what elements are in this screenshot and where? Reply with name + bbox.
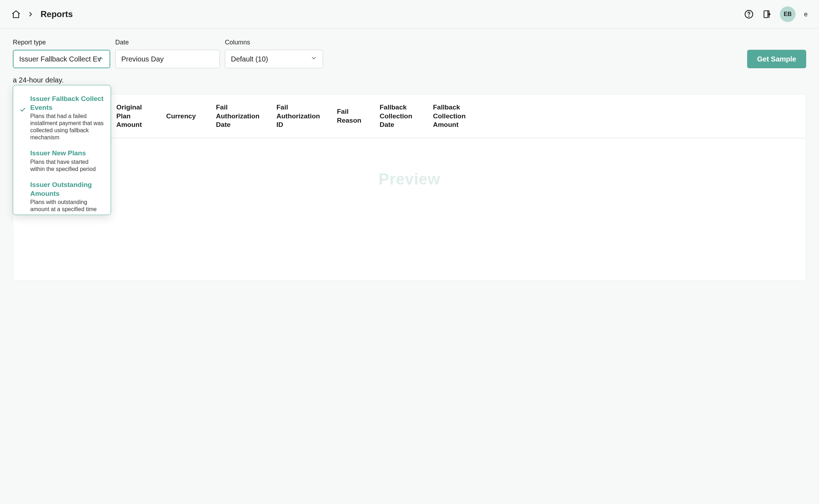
svg-rect-2: [764, 11, 768, 18]
dropdown-option-desc: Plans that had a failed installment paym…: [30, 113, 104, 141]
col-fail-auth-date: Fail Authorization Date: [209, 103, 269, 129]
select-date[interactable]: Previous Day: [115, 50, 220, 68]
dropdown-option[interactable]: Issuer New Plans Plans that have started…: [17, 146, 106, 178]
col-original-plan-amount: Original Plan Amount: [109, 103, 159, 129]
delay-note: a 24-hour delay.: [13, 76, 806, 84]
col-fail-reason: Fail Reason: [330, 107, 372, 125]
preview-watermark: Preview: [13, 138, 806, 280]
filter-label: Columns: [225, 39, 323, 46]
topbar: Reports EB e: [0, 0, 819, 29]
avatar-trailing-letter: e: [804, 11, 808, 18]
chevron-up-icon: [97, 55, 104, 63]
dropdown-option-desc: Plans that have started within the speci…: [30, 159, 104, 173]
check-placeholder: [20, 149, 27, 161]
col-fallback-amount: Fallback Collection Amount: [426, 103, 479, 129]
select-value: Default (10): [231, 55, 268, 63]
select-value: Issuer Fallback Collect Ev: [19, 55, 101, 63]
filters-row: Report type Issuer Fallback Collect Ev D…: [13, 39, 806, 68]
filter-label: Report type: [13, 39, 110, 46]
col-currency: Currency: [159, 112, 209, 121]
dropdown-option-title: Issuer New Plans: [30, 149, 104, 158]
filter-date: Date Previous Day: [115, 39, 220, 68]
select-columns[interactable]: Default (10): [225, 50, 323, 68]
preview-table: Plan ID allment nber / al Original Plan …: [13, 94, 806, 281]
svg-point-1: [749, 16, 749, 16]
page-title: Reports: [41, 9, 73, 19]
help-icon[interactable]: [744, 10, 754, 19]
dropdown-option[interactable]: Issuer Fallback Collect Events Plans tha…: [17, 92, 106, 146]
col-fail-auth-id: Fail Authorization ID: [269, 103, 330, 129]
home-icon[interactable]: [11, 10, 21, 19]
dropdown-option-title: Issuer Outstanding Amounts: [30, 181, 104, 198]
table-header-row: Plan ID allment nber / al Original Plan …: [13, 95, 806, 138]
select-report-type[interactable]: Issuer Fallback Collect Ev: [13, 50, 110, 68]
check-icon: [20, 95, 27, 114]
filter-columns: Columns Default (10): [225, 39, 323, 68]
col-fallback-date: Fallback Collection Date: [372, 103, 426, 129]
logout-icon[interactable]: [762, 10, 771, 19]
report-type-dropdown: Issuer Fallback Collect Events Plans tha…: [13, 85, 111, 215]
filter-label: Date: [115, 39, 220, 46]
check-placeholder: [20, 181, 27, 193]
content: Report type Issuer Fallback Collect Ev D…: [0, 29, 819, 291]
dropdown-option[interactable]: Issuer Outstanding Amounts Plans with ou…: [17, 178, 106, 215]
dropdown-option-desc: Plans with outstanding amount at a speci…: [30, 199, 104, 213]
select-value: Previous Day: [121, 55, 164, 63]
breadcrumb: Reports: [11, 9, 73, 19]
avatar[interactable]: EB: [780, 6, 796, 22]
filter-report-type: Report type Issuer Fallback Collect Ev: [13, 39, 110, 68]
dropdown-option-title: Issuer Fallback Collect Events: [30, 95, 104, 112]
topbar-right: EB e: [744, 6, 808, 22]
get-sample-button[interactable]: Get Sample: [747, 50, 806, 68]
chevron-down-icon: [311, 55, 317, 63]
chevron-right-icon: [27, 11, 34, 18]
